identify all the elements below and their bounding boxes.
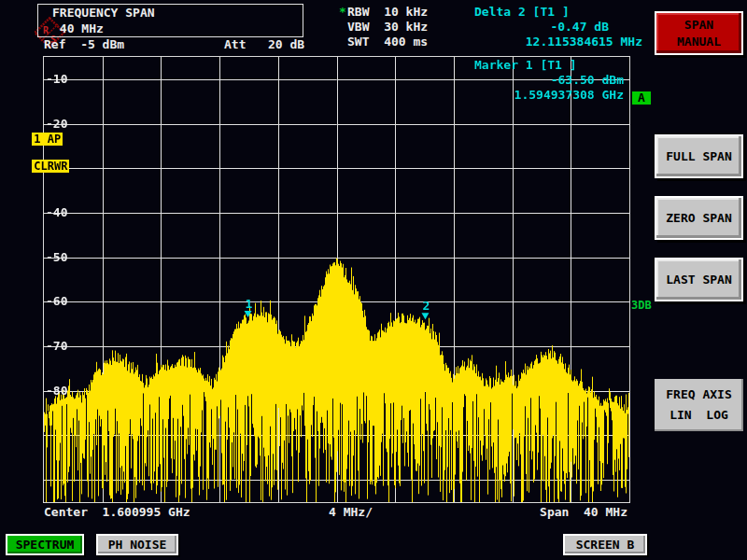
softkey-zero-span[interactable]: ZERO SPAN [655,196,743,240]
rbw-readout: RBW 10 kHz [347,6,428,19]
spectrum-canvas [44,57,629,502]
y-axis-tick-label: -40 [46,206,67,218]
vbw-readout: VBW 30 kHz [347,21,428,34]
center-frequency-label: Center 1.600995 GHz [44,506,190,519]
delta-marker-level: -0.47 dB [550,21,609,34]
frequency-span-entry[interactable]: FREQUENCY SPAN 40 MHz [37,4,303,37]
scale-per-div-label: 4 MHz/ [329,506,373,519]
tab-spectrum[interactable]: SPECTRUM [6,534,84,555]
y-axis-tick-label: -60 [46,295,67,307]
screen-a-badge: A [632,91,651,105]
softkey-span-manual[interactable]: SPAN MANUAL [655,11,743,55]
softkey-last-span[interactable]: LAST SPAN [655,258,743,301]
attenuation-readout: Att 20 dB [224,38,304,51]
marker1-title: Marker 1 [T1 ] [474,59,577,72]
rbw-active-star-icon: * [339,6,346,19]
spectrum-analyzer-screen: R S FREQUENCY SPAN 40 MHz Ref -5 dBm Att… [0,0,747,560]
delta-marker-title: Delta 2 [T1 ] [474,6,570,19]
delta-marker-frequency: 12.115384615 MHz [526,35,642,49]
ref-level-readout: Ref -5 dBm [44,38,124,51]
marker1-level: -63.50 dBm [551,74,624,87]
softkey-full-span[interactable]: FULL SPAN [655,134,743,178]
y-axis-tick-label: -50 [46,251,67,263]
y-axis-tick-label: -80 [46,385,67,397]
y-axis-tick-label: -70 [46,340,67,352]
entry-label: FREQUENCY SPAN [52,5,303,21]
swt-readout: SWT 400 ms [347,35,428,49]
trace-clearwrite-badge: CLRWR [32,160,69,173]
trace-number-detector-badge: 1 AP [32,133,63,146]
softkey-freq-axis-lin-log[interactable]: FREQ AXIS LIN LOG [655,379,743,431]
tab-ph-noise[interactable]: PH NOISE [96,534,178,555]
bandwidth-3db-badge: 3DB [631,299,652,312]
spectrum-plot: -10-20-30-40-50-60-70-80 [43,56,630,503]
marker1-frequency: 1.594937308 GHz [514,89,624,102]
tab-screen-b[interactable]: SCREEN B [563,534,647,555]
span-label: Span 40 MHz [540,506,627,519]
entry-value: 40 MHz [52,21,303,36]
y-axis-tick-label: -10 [46,73,67,85]
trace-mode-badge: 1 AP CLRWR [3,119,69,187]
